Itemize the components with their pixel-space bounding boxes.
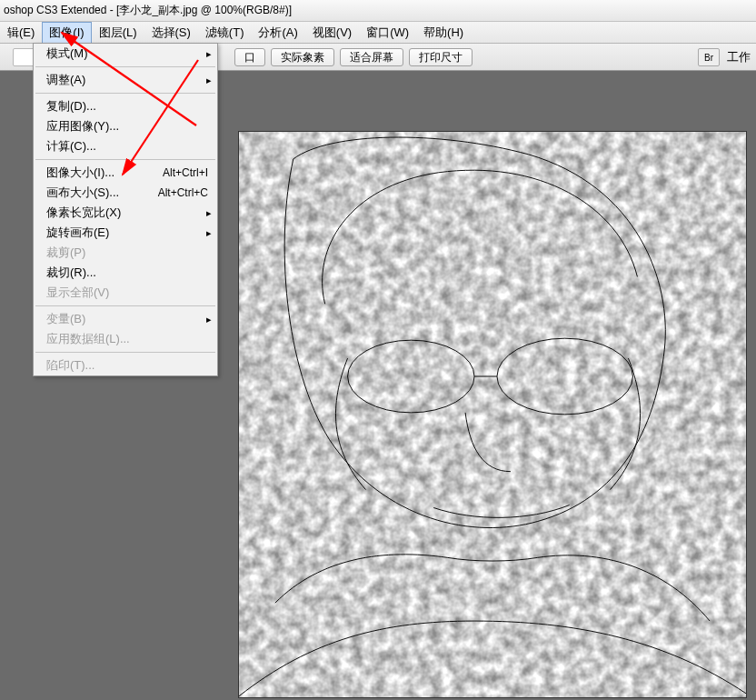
menu-window[interactable]: 窗口(W): [359, 22, 416, 43]
bridge-icon[interactable]: Br: [698, 48, 720, 66]
canvas-image: [239, 132, 746, 697]
title-text: oshop CS3 Extended - [李小龙_副本.jpg @ 100%(…: [4, 3, 292, 18]
menu-item-mode[interactable]: 模式(M): [34, 44, 217, 64]
fit-screen-button[interactable]: 适合屏幕: [340, 48, 403, 66]
menu-item-trim[interactable]: 裁切(R)...: [34, 263, 217, 283]
document-canvas[interactable]: [238, 131, 747, 698]
menu-item-duplicate[interactable]: 复制(D)...: [34, 96, 217, 116]
menu-help[interactable]: 帮助(H): [416, 22, 471, 43]
menu-item-rotate-canvas[interactable]: 旋转画布(E): [34, 223, 217, 243]
print-size-button[interactable]: 打印尺寸: [409, 48, 472, 66]
svg-rect-4: [239, 132, 746, 697]
menu-item-trap: 陷印(T)...: [34, 355, 217, 375]
menu-item-crop: 裁剪(P): [34, 243, 217, 263]
menu-layer[interactable]: 图层(L): [92, 22, 144, 43]
menu-view[interactable]: 视图(V): [305, 22, 359, 43]
image-menu-dropdown: 模式(M) 调整(A) 复制(D)... 应用图像(Y)... 计算(C)...…: [33, 43, 218, 376]
menu-item-variables: 变量(B): [34, 309, 217, 329]
menu-item-reveal-all: 显示全部(V): [34, 283, 217, 303]
menu-separator: [35, 93, 215, 94]
actual-pixels-button[interactable]: 实际象素: [271, 48, 334, 66]
title-bar: oshop CS3 Extended - [李小龙_副本.jpg @ 100%(…: [0, 0, 756, 22]
window-button[interactable]: 口: [234, 48, 265, 66]
menu-item-apply-dataset: 应用数据组(L)...: [34, 329, 217, 349]
menu-item-pixel-aspect[interactable]: 像素长宽比(X): [34, 203, 217, 223]
menu-separator: [35, 159, 215, 160]
workspace-label[interactable]: 工作: [727, 49, 751, 65]
right-toolbar: Br 工作: [698, 44, 756, 71]
menu-bar: 辑(E) 图像(I) 图层(L) 选择(S) 滤镜(T) 分析(A) 视图(V)…: [0, 22, 756, 44]
menu-edit[interactable]: 辑(E): [0, 22, 42, 43]
menu-item-adjustments[interactable]: 调整(A): [34, 70, 217, 90]
menu-item-apply-image[interactable]: 应用图像(Y)...: [34, 116, 217, 136]
menu-item-canvas-size[interactable]: 画布大小(S)... Alt+Ctrl+C: [34, 183, 217, 203]
menu-item-image-size[interactable]: 图像大小(I)... Alt+Ctrl+I: [34, 163, 217, 183]
menu-select[interactable]: 选择(S): [144, 22, 198, 43]
menu-separator: [35, 66, 215, 67]
menu-image[interactable]: 图像(I): [42, 22, 91, 43]
menu-analysis[interactable]: 分析(A): [251, 22, 304, 43]
menu-filter[interactable]: 滤镜(T): [198, 22, 252, 43]
menu-item-calculations[interactable]: 计算(C)...: [34, 136, 217, 156]
menu-separator: [35, 305, 215, 306]
menu-separator: [35, 352, 215, 353]
